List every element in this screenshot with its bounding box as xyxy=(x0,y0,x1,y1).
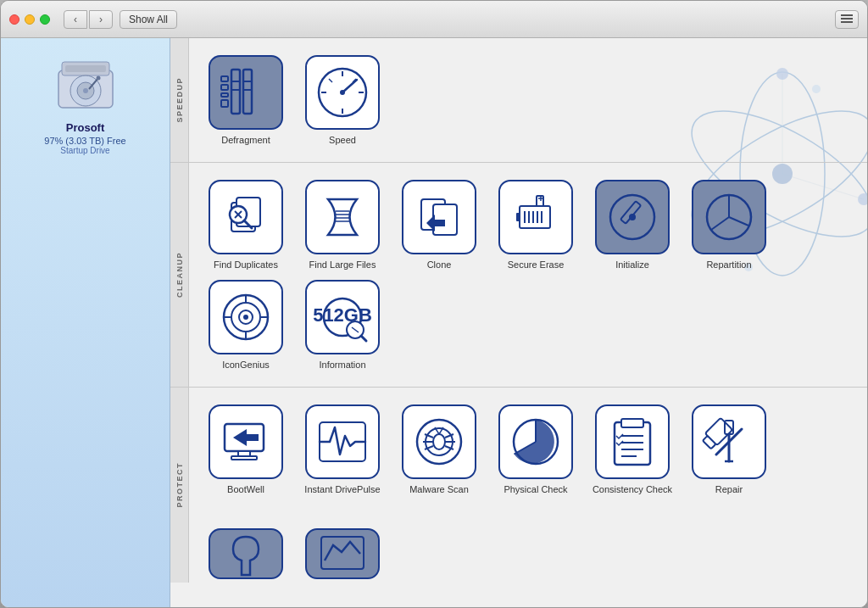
protect-items: BootWell Instant DrivePuls xyxy=(189,388,867,511)
section-cleanup: CLEANUP xyxy=(170,163,867,388)
svg-rect-30 xyxy=(221,93,228,97)
repartition-icon-box xyxy=(692,180,766,254)
find-duplicates-label: Find Duplicates xyxy=(214,259,278,270)
svg-rect-106 xyxy=(621,419,643,427)
tool-defragment[interactable]: Defragment xyxy=(199,52,292,148)
physical-check-label: Physical Check xyxy=(504,484,567,494)
cleanup-items: Find Duplicates xyxy=(189,163,867,387)
speedup-label-container: SPEEDUP xyxy=(170,38,189,162)
clone-label: Clone xyxy=(427,259,452,270)
malware-scan-icon-box xyxy=(402,404,476,479)
tool-icongenius[interactable]: IconGenius xyxy=(199,276,292,373)
forward-button[interactable]: › xyxy=(89,10,113,29)
find-large-files-icon-box xyxy=(305,180,380,254)
physical-check-icon-box xyxy=(498,404,573,479)
malware-scan-label: Malware Scan xyxy=(409,484,469,494)
repair-icon-box xyxy=(692,404,766,479)
repair-label: Repair xyxy=(715,484,743,494)
protect-label: PROTECT xyxy=(175,462,184,508)
secure-erase-icon-box xyxy=(498,180,573,254)
tool-repartition[interactable]: Repartition xyxy=(682,176,776,273)
back-button[interactable]: ‹ xyxy=(64,10,87,29)
maximize-button[interactable] xyxy=(40,14,50,25)
tool-partial-1[interactable] xyxy=(199,525,292,583)
drive-name: Prosoft xyxy=(66,121,105,134)
svg-point-93 xyxy=(433,434,445,449)
svg-rect-0 xyxy=(841,14,853,16)
drive-label: Startup Drive xyxy=(60,146,109,155)
traffic-lights xyxy=(9,14,50,25)
tool-find-duplicates[interactable]: Find Duplicates xyxy=(199,176,292,273)
svg-rect-1 xyxy=(841,18,853,20)
secure-erase-label: Secure Erase xyxy=(508,259,565,270)
svg-rect-58 xyxy=(516,213,520,221)
nav-buttons: ‹ › xyxy=(64,10,113,29)
svg-point-68 xyxy=(629,214,636,220)
clone-icon-box xyxy=(402,180,476,254)
tool-initialize[interactable]: Initialize xyxy=(586,176,679,273)
svg-rect-31 xyxy=(221,100,228,107)
cleanup-label: CLEANUP xyxy=(175,252,184,298)
initialize-label: Initialize xyxy=(615,259,649,270)
tool-repair[interactable]: Repair xyxy=(682,401,776,498)
tool-speed[interactable]: Speed xyxy=(296,52,389,148)
tool-instant-drivepulse[interactable]: Instant DrivePulse xyxy=(296,401,389,498)
svg-rect-117 xyxy=(321,537,364,569)
list-view-button[interactable] xyxy=(835,10,859,29)
find-large-files-label: Find Large Files xyxy=(309,259,376,270)
section-speedup: SPEEDUP xyxy=(170,38,867,163)
close-button[interactable] xyxy=(9,14,19,25)
svg-line-72 xyxy=(711,217,729,230)
sidebar: Prosoft 97% (3.03 TB) Free Startup Drive xyxy=(1,38,170,607)
protect-label-container: PROTECT xyxy=(170,388,189,583)
svg-text:512GB: 512GB xyxy=(313,304,372,326)
svg-line-71 xyxy=(729,217,748,226)
titlebar: ‹ › Show All xyxy=(1,1,867,38)
svg-rect-28 xyxy=(221,76,228,81)
tool-partial-2[interactable] xyxy=(296,525,389,583)
speedup-items: Defragment xyxy=(189,38,867,162)
svg-rect-116 xyxy=(703,436,716,449)
svg-point-10 xyxy=(96,76,100,81)
cleanup-label-container: CLEANUP xyxy=(170,163,189,387)
svg-point-76 xyxy=(243,315,248,320)
defragment-icon-box xyxy=(209,55,283,130)
instant-drivepulse-icon-box xyxy=(305,404,380,479)
icongenius-icon-box xyxy=(209,280,283,354)
svg-rect-22 xyxy=(231,70,240,114)
tool-bootwell[interactable]: BootWell xyxy=(199,401,292,498)
minimize-button[interactable] xyxy=(25,14,35,25)
bootwell-icon-box xyxy=(209,404,283,479)
consistency-check-label: Consistency Check xyxy=(593,484,672,494)
tool-information[interactable]: 512GB Information xyxy=(296,276,389,373)
svg-line-37 xyxy=(342,80,357,92)
protect-partial-items xyxy=(189,511,867,583)
main-window: ‹ › Show All xyxy=(0,0,868,608)
svg-point-8 xyxy=(83,88,88,93)
tool-find-large-files[interactable]: Find Large Files xyxy=(296,176,389,273)
main-content: Prosoft 97% (3.03 TB) Free Startup Drive xyxy=(1,38,867,607)
svg-rect-2 xyxy=(841,21,853,23)
defragment-label: Defragment xyxy=(221,135,270,145)
svg-line-84 xyxy=(361,336,366,341)
tool-malware-scan[interactable]: Malware Scan xyxy=(392,401,486,498)
information-icon-box: 512GB xyxy=(305,280,380,354)
svg-rect-29 xyxy=(221,85,228,90)
speedup-label: SPEEDUP xyxy=(175,77,184,123)
find-duplicates-icon-box xyxy=(209,180,283,254)
drive-space: 97% (3.03 TB) Free xyxy=(44,136,125,146)
initialize-icon-box xyxy=(595,180,670,254)
tool-consistency-check[interactable]: Consistency Check xyxy=(586,401,679,498)
tool-secure-erase[interactable]: Secure Erase xyxy=(489,176,582,273)
icongenius-label: IconGenius xyxy=(222,360,270,370)
svg-rect-5 xyxy=(65,65,106,72)
speed-icon-box xyxy=(305,55,380,130)
section-protect: PROTECT xyxy=(170,388,867,583)
drive-icon xyxy=(52,55,120,114)
show-all-button[interactable]: Show All xyxy=(120,10,177,29)
tool-clone[interactable]: Clone xyxy=(392,176,486,273)
instant-drivepulse-label: Instant DrivePulse xyxy=(304,484,380,494)
tool-physical-check[interactable]: Physical Check xyxy=(489,401,582,498)
information-label: Information xyxy=(319,360,365,370)
speed-label: Speed xyxy=(329,135,356,145)
